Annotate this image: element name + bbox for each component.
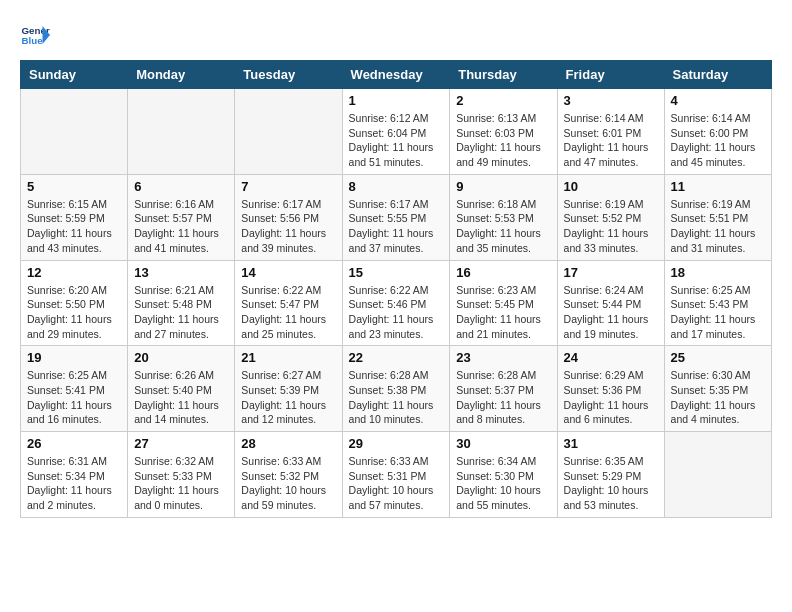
day-number: 9: [456, 179, 550, 194]
day-info: Sunrise: 6:33 AM Sunset: 5:32 PM Dayligh…: [241, 454, 335, 513]
calendar-week-row: 1Sunrise: 6:12 AM Sunset: 6:04 PM Daylig…: [21, 89, 772, 175]
page-header: General Blue: [20, 20, 772, 50]
day-info: Sunrise: 6:29 AM Sunset: 5:36 PM Dayligh…: [564, 368, 658, 427]
calendar-cell: 9Sunrise: 6:18 AM Sunset: 5:53 PM Daylig…: [450, 174, 557, 260]
calendar-table: SundayMondayTuesdayWednesdayThursdayFrid…: [20, 60, 772, 518]
calendar-cell: 28Sunrise: 6:33 AM Sunset: 5:32 PM Dayli…: [235, 432, 342, 518]
day-info: Sunrise: 6:20 AM Sunset: 5:50 PM Dayligh…: [27, 283, 121, 342]
day-info: Sunrise: 6:24 AM Sunset: 5:44 PM Dayligh…: [564, 283, 658, 342]
column-header-sunday: Sunday: [21, 61, 128, 89]
calendar-week-row: 26Sunrise: 6:31 AM Sunset: 5:34 PM Dayli…: [21, 432, 772, 518]
day-number: 13: [134, 265, 228, 280]
day-number: 10: [564, 179, 658, 194]
day-info: Sunrise: 6:26 AM Sunset: 5:40 PM Dayligh…: [134, 368, 228, 427]
calendar-cell: [235, 89, 342, 175]
calendar-header-row: SundayMondayTuesdayWednesdayThursdayFrid…: [21, 61, 772, 89]
calendar-cell: 20Sunrise: 6:26 AM Sunset: 5:40 PM Dayli…: [128, 346, 235, 432]
day-number: 25: [671, 350, 765, 365]
calendar-cell: 29Sunrise: 6:33 AM Sunset: 5:31 PM Dayli…: [342, 432, 450, 518]
calendar-cell: 4Sunrise: 6:14 AM Sunset: 6:00 PM Daylig…: [664, 89, 771, 175]
day-info: Sunrise: 6:23 AM Sunset: 5:45 PM Dayligh…: [456, 283, 550, 342]
day-number: 20: [134, 350, 228, 365]
calendar-cell: 17Sunrise: 6:24 AM Sunset: 5:44 PM Dayli…: [557, 260, 664, 346]
calendar-cell: 21Sunrise: 6:27 AM Sunset: 5:39 PM Dayli…: [235, 346, 342, 432]
calendar-cell: 27Sunrise: 6:32 AM Sunset: 5:33 PM Dayli…: [128, 432, 235, 518]
day-number: 15: [349, 265, 444, 280]
day-number: 6: [134, 179, 228, 194]
day-number: 7: [241, 179, 335, 194]
day-number: 27: [134, 436, 228, 451]
column-header-saturday: Saturday: [664, 61, 771, 89]
day-number: 29: [349, 436, 444, 451]
calendar-cell: 1Sunrise: 6:12 AM Sunset: 6:04 PM Daylig…: [342, 89, 450, 175]
day-number: 17: [564, 265, 658, 280]
calendar-cell: 19Sunrise: 6:25 AM Sunset: 5:41 PM Dayli…: [21, 346, 128, 432]
day-info: Sunrise: 6:31 AM Sunset: 5:34 PM Dayligh…: [27, 454, 121, 513]
day-info: Sunrise: 6:15 AM Sunset: 5:59 PM Dayligh…: [27, 197, 121, 256]
calendar-cell: 8Sunrise: 6:17 AM Sunset: 5:55 PM Daylig…: [342, 174, 450, 260]
calendar-cell: [21, 89, 128, 175]
day-info: Sunrise: 6:35 AM Sunset: 5:29 PM Dayligh…: [564, 454, 658, 513]
day-info: Sunrise: 6:22 AM Sunset: 5:47 PM Dayligh…: [241, 283, 335, 342]
day-info: Sunrise: 6:32 AM Sunset: 5:33 PM Dayligh…: [134, 454, 228, 513]
calendar-cell: 15Sunrise: 6:22 AM Sunset: 5:46 PM Dayli…: [342, 260, 450, 346]
day-number: 14: [241, 265, 335, 280]
column-header-thursday: Thursday: [450, 61, 557, 89]
day-info: Sunrise: 6:16 AM Sunset: 5:57 PM Dayligh…: [134, 197, 228, 256]
day-info: Sunrise: 6:25 AM Sunset: 5:43 PM Dayligh…: [671, 283, 765, 342]
day-number: 23: [456, 350, 550, 365]
day-number: 19: [27, 350, 121, 365]
calendar-cell: 3Sunrise: 6:14 AM Sunset: 6:01 PM Daylig…: [557, 89, 664, 175]
day-number: 5: [27, 179, 121, 194]
logo-icon: General Blue: [20, 20, 50, 50]
calendar-cell: 18Sunrise: 6:25 AM Sunset: 5:43 PM Dayli…: [664, 260, 771, 346]
day-info: Sunrise: 6:17 AM Sunset: 5:56 PM Dayligh…: [241, 197, 335, 256]
day-number: 28: [241, 436, 335, 451]
day-number: 1: [349, 93, 444, 108]
day-number: 21: [241, 350, 335, 365]
column-header-friday: Friday: [557, 61, 664, 89]
calendar-week-row: 19Sunrise: 6:25 AM Sunset: 5:41 PM Dayli…: [21, 346, 772, 432]
calendar-cell: 26Sunrise: 6:31 AM Sunset: 5:34 PM Dayli…: [21, 432, 128, 518]
day-number: 22: [349, 350, 444, 365]
calendar-cell: 7Sunrise: 6:17 AM Sunset: 5:56 PM Daylig…: [235, 174, 342, 260]
calendar-cell: 22Sunrise: 6:28 AM Sunset: 5:38 PM Dayli…: [342, 346, 450, 432]
day-info: Sunrise: 6:28 AM Sunset: 5:37 PM Dayligh…: [456, 368, 550, 427]
day-number: 2: [456, 93, 550, 108]
day-info: Sunrise: 6:34 AM Sunset: 5:30 PM Dayligh…: [456, 454, 550, 513]
day-number: 18: [671, 265, 765, 280]
day-number: 3: [564, 93, 658, 108]
column-header-tuesday: Tuesday: [235, 61, 342, 89]
column-header-wednesday: Wednesday: [342, 61, 450, 89]
day-info: Sunrise: 6:33 AM Sunset: 5:31 PM Dayligh…: [349, 454, 444, 513]
day-info: Sunrise: 6:30 AM Sunset: 5:35 PM Dayligh…: [671, 368, 765, 427]
calendar-week-row: 5Sunrise: 6:15 AM Sunset: 5:59 PM Daylig…: [21, 174, 772, 260]
day-number: 26: [27, 436, 121, 451]
calendar-cell: 16Sunrise: 6:23 AM Sunset: 5:45 PM Dayli…: [450, 260, 557, 346]
day-info: Sunrise: 6:21 AM Sunset: 5:48 PM Dayligh…: [134, 283, 228, 342]
day-info: Sunrise: 6:19 AM Sunset: 5:52 PM Dayligh…: [564, 197, 658, 256]
calendar-cell: 31Sunrise: 6:35 AM Sunset: 5:29 PM Dayli…: [557, 432, 664, 518]
day-number: 24: [564, 350, 658, 365]
calendar-cell: 11Sunrise: 6:19 AM Sunset: 5:51 PM Dayli…: [664, 174, 771, 260]
day-info: Sunrise: 6:17 AM Sunset: 5:55 PM Dayligh…: [349, 197, 444, 256]
calendar-cell: 2Sunrise: 6:13 AM Sunset: 6:03 PM Daylig…: [450, 89, 557, 175]
calendar-cell: 6Sunrise: 6:16 AM Sunset: 5:57 PM Daylig…: [128, 174, 235, 260]
calendar-cell: 23Sunrise: 6:28 AM Sunset: 5:37 PM Dayli…: [450, 346, 557, 432]
calendar-cell: 13Sunrise: 6:21 AM Sunset: 5:48 PM Dayli…: [128, 260, 235, 346]
column-header-monday: Monday: [128, 61, 235, 89]
logo: General Blue: [20, 20, 50, 50]
day-info: Sunrise: 6:12 AM Sunset: 6:04 PM Dayligh…: [349, 111, 444, 170]
calendar-cell: 5Sunrise: 6:15 AM Sunset: 5:59 PM Daylig…: [21, 174, 128, 260]
day-number: 30: [456, 436, 550, 451]
day-number: 12: [27, 265, 121, 280]
calendar-cell: [128, 89, 235, 175]
day-number: 16: [456, 265, 550, 280]
day-number: 8: [349, 179, 444, 194]
day-info: Sunrise: 6:28 AM Sunset: 5:38 PM Dayligh…: [349, 368, 444, 427]
day-number: 31: [564, 436, 658, 451]
calendar-cell: [664, 432, 771, 518]
day-info: Sunrise: 6:19 AM Sunset: 5:51 PM Dayligh…: [671, 197, 765, 256]
day-info: Sunrise: 6:25 AM Sunset: 5:41 PM Dayligh…: [27, 368, 121, 427]
day-info: Sunrise: 6:14 AM Sunset: 6:00 PM Dayligh…: [671, 111, 765, 170]
